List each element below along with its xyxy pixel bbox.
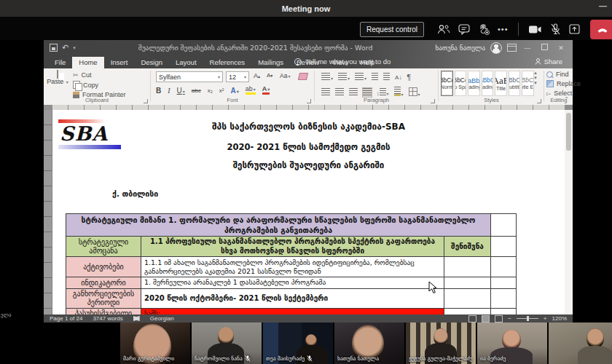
- horizontal-ruler[interactable]: [44, 105, 573, 110]
- undo-icon[interactable]: ↶: [62, 44, 68, 52]
- tell-me-box[interactable]: Tell me what you want to do: [294, 58, 391, 66]
- align-right-button[interactable]: [349, 88, 358, 97]
- clipboard-dialog-launcher[interactable]: [144, 99, 148, 103]
- vertical-ruler[interactable]: [44, 110, 52, 314]
- multilevel-list-button[interactable]: ▾: [355, 73, 366, 82]
- italic-button[interactable]: I: [168, 87, 170, 95]
- raise-hand-icon[interactable]: [478, 23, 490, 35]
- participant-tile[interactable]: [549, 323, 612, 364]
- paragraph-dialog-launcher[interactable]: [431, 99, 435, 103]
- bullets-button[interactable]: ▾: [321, 73, 333, 82]
- ribbon-tab[interactable]: References: [203, 57, 252, 69]
- style-card[interactable]: AaBbCcD Subtitle: [509, 71, 521, 96]
- participant-tile[interactable]: ხათუნა ნათელა: [334, 323, 404, 364]
- style-card[interactable]: AaBbCcDc ¶ No Spac...: [455, 71, 467, 96]
- zoom-slider[interactable]: [517, 318, 538, 319]
- collapse-ribbon-icon[interactable]: ⌃: [564, 96, 569, 103]
- style-card[interactable]: AaB Title: [495, 71, 507, 96]
- more-options-icon[interactable]: •••: [498, 25, 509, 33]
- word-close-button[interactable]: ✕: [555, 44, 567, 52]
- underline-button[interactable]: U▾: [177, 87, 185, 95]
- user-avatar[interactable]: [490, 42, 502, 54]
- ribbon-tab[interactable]: File: [48, 57, 72, 69]
- meeting-title: Meeting now: [282, 4, 331, 13]
- highlight-color-button[interactable]: ab▾: [246, 86, 256, 95]
- camera-icon[interactable]: [528, 25, 542, 34]
- style-card[interactable]: AaBbC Heading 1: [468, 71, 480, 96]
- style-card[interactable]: AaBbCcDi Subtle Em...: [522, 71, 534, 96]
- bold-button[interactable]: B: [156, 87, 161, 95]
- show-paragraph-marks-button[interactable]: ¶: [407, 74, 410, 82]
- ribbon-tab[interactable]: Mailings: [251, 57, 290, 69]
- ribbon-display-options-icon[interactable]: [507, 44, 517, 52]
- font-color-button[interactable]: A▾: [262, 86, 270, 95]
- font-dialog-launcher[interactable]: [307, 99, 311, 103]
- mic-muted-icon[interactable]: [550, 23, 561, 35]
- cut-button[interactable]: ✂Cut: [73, 71, 126, 79]
- change-case-button[interactable]: Aa▾: [280, 72, 290, 79]
- shrink-font-button[interactable]: A▾: [267, 72, 272, 79]
- chat-icon[interactable]: [458, 24, 470, 35]
- participant-tile[interactable]: თეა მაისურაძე: [263, 323, 333, 364]
- request-control-button[interactable]: Request control: [360, 22, 424, 37]
- sort-button[interactable]: A↓: [395, 74, 401, 81]
- align-center-button[interactable]: [335, 88, 344, 97]
- web-layout-button[interactable]: [495, 315, 503, 323]
- clear-formatting-icon[interactable]: [298, 73, 308, 80]
- find-button[interactable]: Find: [546, 71, 581, 78]
- superscript-button[interactable]: x²: [219, 87, 224, 94]
- paragraph-group-label: Paragraph: [315, 97, 437, 103]
- justify-button[interactable]: [363, 88, 372, 97]
- hangup-button[interactable]: [590, 20, 612, 39]
- ribbon-tab[interactable]: Insert: [104, 57, 135, 69]
- replace-button[interactable]: Replace: [546, 80, 581, 87]
- subscript-button[interactable]: x₂: [208, 87, 213, 94]
- decrease-indent-button[interactable]: [372, 73, 378, 82]
- save-icon[interactable]: [50, 44, 58, 52]
- borders-button[interactable]: ▾: [409, 87, 420, 98]
- word-minimize-button[interactable]: —: [522, 44, 533, 52]
- style-card[interactable]: AaBbCcDc ¶ Normal: [441, 71, 453, 96]
- font-family-select[interactable]: Sylfaen▾: [156, 71, 223, 82]
- line-spacing-button[interactable]: ↕▾: [377, 88, 389, 97]
- document-page[interactable]: SBA შპს საქართველოს ბიზნესის აკადემია-SB…: [52, 110, 565, 314]
- share-button[interactable]: Share: [535, 58, 562, 66]
- zoom-in-button[interactable]: +: [544, 315, 547, 322]
- styles-dialog-launcher[interactable]: [537, 99, 541, 103]
- participant-tile[interactable]: მარი გერიტაშვილი: [120, 323, 190, 364]
- ribbon-tab[interactable]: Home: [72, 57, 103, 69]
- font-size-select[interactable]: 12▾: [226, 71, 249, 82]
- numbering-button[interactable]: ▾: [338, 73, 350, 82]
- text-effects-button[interactable]: A▾: [231, 87, 239, 95]
- copy-icon: [73, 81, 80, 89]
- copy-button[interactable]: Copy: [73, 81, 126, 89]
- ribbon-tab[interactable]: Design: [134, 57, 169, 69]
- proofing-icon[interactable]: [133, 316, 140, 321]
- ribbon-tab[interactable]: Layout: [169, 57, 203, 69]
- word-count[interactable]: 3747 words: [93, 315, 122, 322]
- strikethrough-button[interactable]: abc: [192, 87, 201, 94]
- participant-tile[interactable]: ია ბერაძე: [477, 323, 547, 364]
- participant-tile[interactable]: ჟუჟუნა გულუა-მაჭელაძე: [406, 323, 476, 364]
- styles-scroll-buttons[interactable]: ▲▼▼: [533, 71, 538, 85]
- align-left-button[interactable]: [321, 88, 330, 97]
- zoom-level[interactable]: 120%: [552, 315, 567, 322]
- read-mode-button[interactable]: [468, 315, 476, 323]
- scrollbar-thumb[interactable]: [566, 113, 571, 151]
- share-screen-icon[interactable]: [569, 24, 580, 34]
- participants-icon[interactable]: [437, 24, 450, 35]
- zoom-slider-thumb[interactable]: [527, 316, 529, 321]
- window-minimize-icon[interactable]: —: [599, 1, 607, 10]
- increase-indent-button[interactable]: [383, 73, 390, 82]
- page-indicator[interactable]: Page 1 of 24: [50, 315, 82, 322]
- style-card[interactable]: AaBbCcI Heading 2: [482, 71, 494, 96]
- participant-tile[interactable]: ნატროშვილი ნანა: [192, 323, 262, 364]
- word-restore-button[interactable]: [538, 44, 550, 52]
- zoom-out-button[interactable]: −: [508, 315, 511, 322]
- document-scrollbar[interactable]: [565, 110, 573, 314]
- language-indicator[interactable]: Georgian: [150, 315, 174, 322]
- grow-font-button[interactable]: A▴: [254, 72, 260, 79]
- mouse-cursor: [428, 281, 437, 294]
- print-layout-button[interactable]: [482, 315, 490, 323]
- shading-button[interactable]: ▾: [394, 87, 404, 98]
